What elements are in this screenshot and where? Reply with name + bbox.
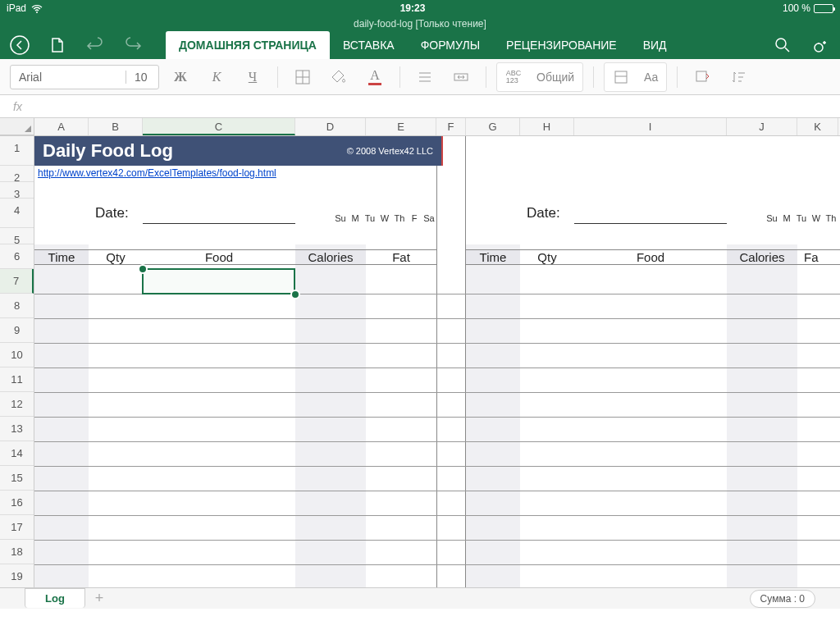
row-header[interactable]: 1: [0, 136, 34, 166]
spreadsheet-grid[interactable]: A B C D E F G H I J K 1 2 3 4 5 6 7 8 9 …: [0, 118, 840, 609]
row-header[interactable]: 14: [0, 441, 34, 466]
select-all-corner[interactable]: [0, 118, 34, 135]
file-button[interactable]: [46, 34, 69, 57]
underline-button[interactable]: Ч: [238, 65, 267, 89]
row-header[interactable]: 4: [0, 199, 34, 228]
tab-review[interactable]: РЕЦЕНЗИРОВАНИЕ: [493, 31, 630, 59]
merge-button[interactable]: [446, 65, 476, 89]
date-label: Date:: [95, 205, 129, 221]
gridline: [34, 368, 840, 368]
col-header[interactable]: H: [520, 118, 574, 135]
sheet-tab-log[interactable]: Log: [25, 588, 85, 608]
clock: 19:23: [43, 2, 783, 14]
gridline: [34, 540, 840, 541]
tab-insert[interactable]: ВСТАВКА: [330, 31, 408, 59]
th-calories-2: Calories: [727, 249, 797, 265]
cells-area[interactable]: Daily Food Log © 2008 Vertex42 LLC http:…: [34, 136, 840, 609]
row-header[interactable]: 17: [0, 515, 34, 540]
svg-rect-7: [696, 71, 706, 81]
search-button[interactable]: [771, 34, 794, 57]
col-header[interactable]: A: [34, 118, 89, 135]
align-button[interactable]: [410, 65, 440, 89]
share-button[interactable]: [809, 34, 832, 57]
document-title: daily-food-log [Только чтение]: [0, 16, 840, 31]
formula-bar[interactable]: fx: [0, 95, 840, 118]
row-header[interactable]: 11: [0, 368, 34, 392]
font-size: 10: [126, 71, 158, 84]
tab-home[interactable]: ДОМАШНЯЯ СТРАНИЦА: [166, 31, 330, 59]
selection-handle-tl[interactable]: [138, 264, 148, 274]
row-header[interactable]: 18: [0, 540, 34, 564]
th-qty-2: Qty: [520, 249, 574, 265]
row-header[interactable]: 6: [0, 244, 34, 269]
font-selector[interactable]: Arial 10: [10, 65, 159, 89]
col-header[interactable]: F: [436, 118, 466, 135]
insert-delete-button[interactable]: [687, 65, 717, 89]
borders-button[interactable]: [288, 65, 317, 89]
tab-view[interactable]: ВИД: [630, 31, 680, 59]
bold-button[interactable]: Ж: [166, 65, 195, 89]
date-underline-2: [574, 223, 727, 224]
cell-styles-group[interactable]: Aa: [604, 62, 667, 92]
col-header[interactable]: B: [89, 118, 143, 135]
col-header[interactable]: K: [797, 118, 838, 135]
row-header[interactable]: 7: [0, 269, 34, 294]
back-button[interactable]: [8, 34, 31, 57]
number-format-label: Общий: [530, 71, 581, 84]
th-calories: Calories: [295, 249, 366, 265]
row-header[interactable]: 10: [0, 343, 34, 368]
wifi-icon: [31, 4, 43, 12]
col-header[interactable]: J: [727, 118, 797, 135]
redo-button[interactable]: [121, 34, 144, 57]
col-header[interactable]: G: [466, 118, 520, 135]
sheet-title: Daily Food Log: [43, 140, 173, 162]
row-header[interactable]: 3: [0, 182, 34, 199]
th-qty: Qty: [89, 249, 143, 265]
table-header-row: Time Qty Food Calories Fat: [34, 244, 436, 269]
gridline: [34, 392, 840, 393]
row-header[interactable]: 12: [0, 392, 34, 417]
battery-label: 100 %: [783, 2, 810, 14]
gridline: [34, 564, 840, 565]
tab-formulas[interactable]: ФОРМУЛЫ: [408, 31, 493, 59]
table-header-row-2: Time Qty Food Calories Fa: [466, 244, 840, 269]
col-header[interactable]: I: [574, 118, 727, 135]
add-sheet-button[interactable]: +: [95, 590, 104, 607]
gridline: [34, 466, 840, 467]
row-header[interactable]: 9: [0, 318, 34, 343]
device-label: iPad: [7, 2, 26, 14]
svg-point-2: [776, 39, 786, 48]
row-header[interactable]: 8: [0, 294, 34, 318]
sum-indicator[interactable]: Сумма : 0: [750, 590, 815, 608]
gridline: [34, 343, 840, 344]
col-header[interactable]: D: [295, 118, 366, 135]
gap-column: [436, 136, 466, 589]
col-header[interactable]: C: [143, 118, 295, 135]
days-row-2: SuMTuWTh: [765, 213, 838, 223]
font-name: Arial: [11, 71, 126, 84]
th-time: Time: [34, 249, 89, 265]
row-header[interactable]: 15: [0, 466, 34, 491]
number-format-group[interactable]: ABC123 Общий: [496, 62, 583, 92]
fill-color-button[interactable]: [324, 65, 354, 89]
row-header[interactable]: 16: [0, 491, 34, 515]
th-food-2: Food: [574, 249, 727, 265]
sort-filter-button[interactable]: [724, 65, 753, 89]
cell-styles-label: Aa: [637, 71, 664, 84]
gridline: [34, 491, 840, 491]
font-color-button[interactable]: А: [360, 65, 390, 89]
undo-button[interactable]: [84, 34, 107, 57]
italic-button[interactable]: К: [202, 65, 231, 89]
formatting-toolbar: Arial 10 Ж К Ч А ABC123 Общий Aa: [0, 59, 840, 95]
status-bar: iPad 19:23 100 %: [0, 0, 840, 16]
copyright: © 2008 Vertex42 LLC: [347, 146, 433, 156]
row-header[interactable]: 2: [0, 166, 34, 182]
svg-point-3: [815, 43, 823, 52]
col-header[interactable]: E: [366, 118, 436, 135]
row-header[interactable]: 19: [0, 564, 34, 589]
number-format-icon: ABC123: [499, 65, 528, 89]
selection-handle-br[interactable]: [290, 290, 300, 299]
row-header[interactable]: 5: [0, 228, 34, 244]
row-header[interactable]: 13: [0, 417, 34, 441]
template-link[interactable]: http://www.vertex42.com/ExcelTemplates/f…: [38, 167, 276, 179]
